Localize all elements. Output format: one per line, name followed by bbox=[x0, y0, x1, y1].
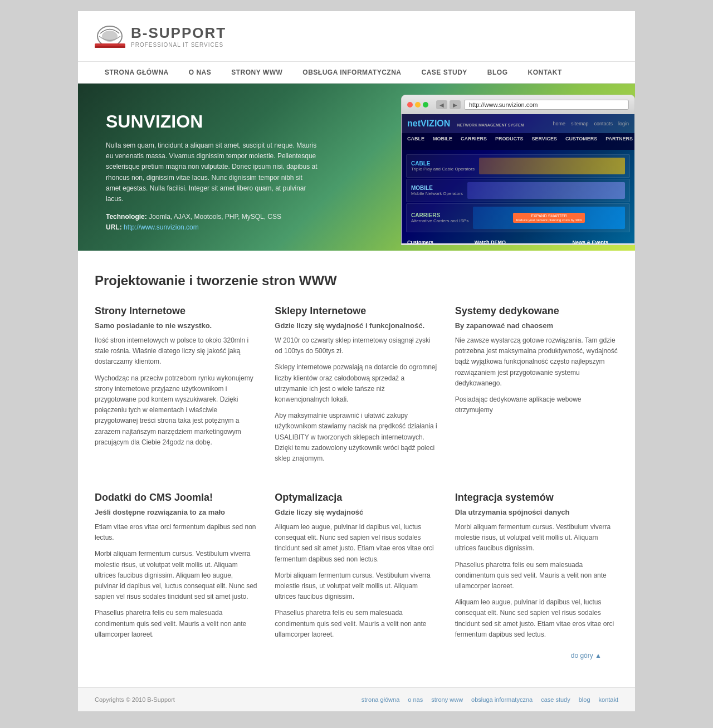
card-mobile-label: MOBILE bbox=[411, 185, 463, 191]
browser-nav-btns: ◀ ▶ bbox=[436, 100, 461, 109]
card-carriers-sublabel: Alternative Carriers and ISPs bbox=[411, 218, 468, 223]
browser-menu-products: PRODUCTS bbox=[495, 136, 524, 147]
browser-menu-cable: CABLE bbox=[407, 136, 424, 147]
nav-link-o-nas[interactable]: O NAS bbox=[179, 62, 222, 83]
service-title-integracja: Integracja systemów bbox=[455, 492, 618, 504]
service-p1-optymalizacja: Aliquam leo augue, pulvinar id dapibus v… bbox=[275, 522, 438, 565]
nav-item-obsluga[interactable]: OBSŁUGA INFORMATYCZNA bbox=[292, 62, 411, 83]
browser-inner: netVIZION NETWORK MANAGEMENT SYSTEM home… bbox=[402, 114, 634, 243]
browser-menu-customers: CUSTOMERS bbox=[565, 136, 597, 147]
card-carriers-label: CARRIERS bbox=[411, 212, 468, 218]
nav-item-kontakt[interactable]: KONTAKT bbox=[518, 62, 572, 83]
browser-cards: CABLE Triple Play and Cable Operators MO… bbox=[402, 150, 634, 237]
service-sklepy-internetowe: Sklepy Internetowe Gdzie liczy się wydaj… bbox=[275, 305, 438, 470]
service-p3-cms: Phasellus pharetra felis eu sem malesuad… bbox=[95, 608, 258, 640]
footer-link-blog[interactable]: blog bbox=[579, 696, 590, 703]
browser-nav-sitemap: sitemap bbox=[571, 121, 589, 126]
nav-link-obsluga[interactable]: OBSŁUGA INFORMATYCZNA bbox=[292, 62, 411, 83]
service-optymalizacja: Optymalizacja Gdzie liczy się wydajność … bbox=[275, 492, 438, 646]
card-cable-sublabel: Triple Play and Cable Operators bbox=[411, 167, 475, 172]
browser-site-logo: netVIZION NETWORK MANAGEMENT SYSTEM bbox=[407, 119, 524, 129]
main-nav: STRONA GŁÓWNA O NAS STRONY WWW OBSŁUGA I… bbox=[78, 61, 635, 84]
logo: B-SUPPORT PROFESSIONAL IT SERVICES bbox=[95, 22, 618, 50]
hero-tech-label: Technologie: bbox=[106, 213, 147, 221]
nav-item-case-study[interactable]: CASE STUDY bbox=[412, 62, 477, 83]
browser-address: http://www.sunvizion.com bbox=[464, 100, 629, 110]
footer-link-kontakt[interactable]: kontakt bbox=[599, 696, 618, 703]
nav-item-strona-glowna[interactable]: STRONA GŁÓWNA bbox=[95, 62, 179, 83]
bottom-demo-title: Watch DEMO bbox=[475, 240, 567, 243]
bottom-customers-title: Customers bbox=[407, 240, 469, 243]
browser-menu-mobile: MOBILE bbox=[433, 136, 452, 147]
footer-link-case-study[interactable]: case study bbox=[541, 696, 570, 703]
nav-item-o-nas[interactable]: O NAS bbox=[179, 62, 222, 83]
browser-back-btn: ◀ bbox=[436, 100, 447, 109]
nav-link-strony-www[interactable]: STRONY WWW bbox=[221, 62, 292, 83]
nav-item-strony-www[interactable]: STRONY WWW bbox=[221, 62, 292, 83]
hero-text: Nulla sem quam, tincidunt a aliquam sit … bbox=[106, 140, 318, 204]
service-systemy-dedykowane: Systemy dedykowane By zapanować nad chao… bbox=[455, 305, 618, 470]
footer-nav: strona główna o nas strony www obsługa i… bbox=[362, 696, 618, 703]
dot-red bbox=[407, 102, 413, 108]
browser-site-tagline: NETWORK MANAGEMENT SYSTEM bbox=[457, 123, 524, 127]
service-strony-internetowe: Strony Internetowe Samo posiadanie to ni… bbox=[95, 305, 258, 470]
service-p2-systemy: Posiadając dedykowane aplikacje webowe o… bbox=[455, 394, 618, 416]
service-p2-sklepy: Sklepy internetowe pozwalają na dotarcie… bbox=[275, 362, 438, 405]
browser-forward-btn: ▶ bbox=[450, 100, 461, 109]
go-top-link[interactable]: do góry ▲ bbox=[571, 652, 602, 659]
service-title-optymalizacja: Optymalizacja bbox=[275, 492, 438, 504]
nav-link-kontakt[interactable]: KONTAKT bbox=[518, 62, 572, 83]
go-top: do góry ▲ bbox=[95, 646, 618, 665]
card-mobile-sublabel: Mobile Network Operators bbox=[411, 191, 463, 196]
nav-item-blog[interactable]: BLOG bbox=[477, 62, 518, 83]
browser-menu-partners: PARTNERS bbox=[605, 136, 633, 147]
hero-url-link[interactable]: http://www.sunvizion.com bbox=[124, 223, 199, 231]
browser-menu-carriers: CARRIERS bbox=[461, 136, 487, 147]
service-subtitle-cms: Jeśli dostępne rozwiązania to za mało bbox=[95, 508, 258, 516]
service-dodatki-cms: Dodatki do CMS Joomla! Jeśli dostępne ro… bbox=[95, 492, 258, 646]
nav-link-strona-glowna[interactable]: STRONA GŁÓWNA bbox=[95, 62, 179, 83]
service-title-strony: Strony Internetowe bbox=[95, 305, 258, 317]
service-title-systemy: Systemy dedykowane bbox=[455, 305, 618, 317]
service-subtitle-systemy: By zapanować nad chaosem bbox=[455, 321, 618, 330]
hero-banner: SUNVIZION Nulla sem quam, tincidunt a al… bbox=[78, 84, 635, 251]
browser-menu-services: SERVICES bbox=[532, 136, 557, 147]
hero-url: URL: http://www.sunvizion.com bbox=[106, 223, 318, 231]
browser-site-header: netVIZION NETWORK MANAGEMENT SYSTEM home… bbox=[402, 114, 634, 133]
service-p2-cms: Morbi aliquam fermentum cursus. Vestibul… bbox=[95, 549, 258, 602]
footer: Copyrights © 2010 B-Support strona główn… bbox=[78, 687, 635, 711]
bottom-news-title: News & Events bbox=[572, 240, 629, 243]
page-heading: Projektowanie i tworzenie stron WWW bbox=[95, 273, 618, 289]
browser-card-mobile: MOBILE Mobile Network Operators bbox=[406, 179, 630, 202]
browser-mockup: ◀ ▶ http://www.sunvizion.com netVIZION N… bbox=[401, 95, 635, 245]
service-title-cms: Dodatki do CMS Joomla! bbox=[95, 492, 258, 504]
browser-logo-net: net bbox=[407, 119, 421, 128]
footer-link-strony-www[interactable]: strony www bbox=[431, 696, 463, 703]
nav-link-case-study[interactable]: CASE STUDY bbox=[412, 62, 477, 83]
service-p1-integracja: Morbi aliquam fermentum cursus. Vestibul… bbox=[455, 522, 618, 554]
card-carriers-right: EXPAND SMARTERReduce your network planni… bbox=[473, 207, 625, 229]
card-cable-right bbox=[479, 158, 625, 174]
browser-nav-contacts: contacts bbox=[594, 121, 613, 126]
footer-inner: Copyrights © 2010 B-Support strona główn… bbox=[95, 696, 618, 703]
main-content: Projektowanie i tworzenie stron WWW Stro… bbox=[78, 251, 635, 687]
service-p3-sklepy: Aby maksymalnie usprawnić i ułatwić zaku… bbox=[275, 411, 438, 464]
logo-tagline: PROFESSIONAL IT SERVICES bbox=[131, 42, 226, 48]
logo-name: B-SUPPORT bbox=[131, 25, 226, 42]
logo-icon bbox=[95, 22, 125, 50]
browser-bottom-customers: Customers 30 million subscribers already… bbox=[407, 240, 469, 243]
card-mobile-right bbox=[467, 182, 625, 199]
svg-rect-3 bbox=[95, 46, 125, 48]
nav-link-blog[interactable]: BLOG bbox=[477, 62, 518, 83]
nav-list: STRONA GŁÓWNA O NAS STRONY WWW OBSŁUGA I… bbox=[95, 62, 618, 83]
service-p2-optymalizacja: Morbi aliquam fermentum cursus. Vestibul… bbox=[275, 570, 438, 603]
footer-link-strona-glowna[interactable]: strona główna bbox=[362, 696, 400, 703]
service-p2-integracja: Phasellus pharetra felis eu sem malesuad… bbox=[455, 560, 618, 592]
hero-tech: Technologie: Joomla, AJAX, Mootools, PHP… bbox=[106, 213, 318, 221]
browser-site-menu: CABLE MOBILE CARRIERS PRODUCTS SERVICES … bbox=[402, 133, 634, 150]
footer-link-obsluga[interactable]: obsługa informatyczna bbox=[471, 696, 533, 703]
footer-link-o-nas[interactable]: o nas bbox=[408, 696, 423, 703]
browser-nav-login: login bbox=[618, 121, 629, 126]
service-p1-strony: Ilość stron internetowych w polsce to ok… bbox=[95, 335, 258, 368]
service-title-sklepy: Sklepy Internetowe bbox=[275, 305, 438, 317]
